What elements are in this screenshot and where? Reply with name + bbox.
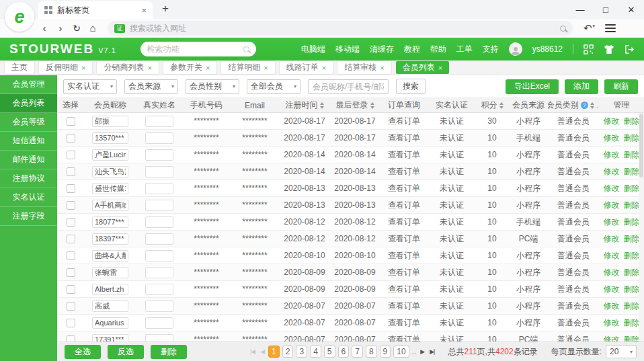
next-page-icon[interactable]: ▶ [419, 348, 426, 355]
close-tab-icon[interactable]: × [147, 64, 151, 72]
view-orders-link[interactable]: 查看订单 [388, 166, 420, 177]
close-icon[interactable]: ✕ [627, 5, 636, 15]
realname-input[interactable] [145, 200, 173, 211]
view-orders-link[interactable]: 查看订单 [388, 233, 420, 245]
sort-icon[interactable] [499, 102, 504, 109]
close-tab-icon[interactable]: × [322, 64, 326, 72]
realname-input[interactable] [145, 334, 173, 342]
edit-link[interactable]: 修改 [604, 149, 620, 161]
page-tab-结算审核[interactable]: 结算审核× [337, 61, 391, 74]
page-button-9[interactable]: 9 [380, 346, 391, 358]
realname-input[interactable] [145, 183, 173, 194]
row-checkbox[interactable] [67, 235, 75, 243]
close-tab-icon[interactable]: × [264, 64, 268, 72]
page-tab-结算明细[interactable]: 结算明细× [221, 61, 274, 74]
delete-link[interactable]: 删除 [624, 200, 640, 211]
edit-link[interactable]: 修改 [604, 132, 620, 144]
theme-shirt-icon[interactable] [604, 44, 614, 54]
filter-select-全部会员[interactable]: 全部会员▾ [247, 79, 300, 94]
edit-link[interactable]: 修改 [604, 233, 620, 245]
filter-select-会员性别[interactable]: 会员性别▾ [186, 79, 239, 94]
realname-input[interactable] [145, 216, 173, 228]
view-orders-link[interactable]: 查看订单 [388, 284, 420, 295]
realname-input[interactable] [145, 267, 173, 278]
edit-link[interactable]: 修改 [604, 216, 620, 228]
help-icon[interactable]: ? [581, 102, 588, 109]
delete-selected-button[interactable]: 删除 [151, 345, 187, 359]
close-tab-icon[interactable]: × [206, 64, 210, 72]
filter-select-会员来源[interactable]: 会员来源▾ [124, 79, 178, 94]
page-button-10[interactable]: 10 [393, 346, 409, 358]
username[interactable]: ys88612 [532, 44, 563, 54]
nickname-input[interactable] [92, 116, 128, 127]
last-page-icon[interactable]: ▶| [428, 348, 436, 355]
address-bar[interactable]: 证 搜索或输入网址 [108, 21, 573, 36]
close-tab-icon[interactable]: × [81, 64, 85, 72]
page-tab-分销商列表[interactable]: 分销商列表× [97, 61, 158, 74]
delete-link[interactable]: 删除 [624, 166, 640, 177]
keyword-input[interactable] [308, 79, 389, 94]
delete-link[interactable]: 删除 [624, 267, 640, 278]
view-orders-link[interactable]: 查看订单 [388, 334, 420, 342]
view-orders-link[interactable]: 查看订单 [388, 216, 420, 228]
sort-icon[interactable] [370, 102, 374, 109]
view-orders-link[interactable]: 查看订单 [388, 300, 420, 312]
row-checkbox[interactable] [67, 251, 75, 260]
refresh-button[interactable]: 刷新 [604, 79, 638, 94]
sort-icon[interactable] [320, 102, 324, 109]
search-button[interactable]: 搜索 [396, 79, 426, 94]
row-checkbox[interactable] [67, 201, 75, 210]
undo-icon[interactable]: ↶ ▾ [583, 22, 595, 34]
row-checkbox[interactable] [67, 117, 75, 126]
nickname-input[interactable] [92, 267, 128, 278]
delete-link[interactable]: 删除 [624, 216, 640, 228]
sort-icon[interactable] [590, 102, 594, 109]
close-tab-icon[interactable]: × [438, 64, 442, 72]
delete-link[interactable]: 删除 [624, 317, 640, 329]
row-checkbox[interactable] [67, 218, 75, 227]
page-size-select[interactable]: 20 ▾ [606, 345, 637, 358]
forward-icon[interactable]: › [52, 19, 69, 38]
delete-link[interactable]: 删除 [624, 183, 640, 194]
scrollbar-thumb[interactable] [639, 114, 643, 177]
nickname-input[interactable] [92, 233, 128, 245]
back-icon[interactable]: ‹ [36, 19, 52, 38]
menu-icon[interactable] [605, 24, 616, 32]
delete-link[interactable]: 删除 [624, 149, 640, 161]
delete-link[interactable]: 删除 [624, 334, 640, 342]
sidebar-item-短信通知[interactable]: 短信通知 [0, 132, 57, 151]
page-button-5[interactable]: 5 [324, 346, 335, 358]
close-tab-icon[interactable]: × [141, 5, 147, 15]
function-search-input[interactable]: 检索功能 [140, 42, 256, 56]
header-nav-移动端[interactable]: 移动端 [335, 44, 360, 55]
sidebar-item-注册字段[interactable]: 注册字段 [0, 207, 57, 226]
row-checkbox[interactable] [67, 184, 75, 193]
logout-icon[interactable] [625, 44, 635, 54]
realname-input[interactable] [145, 300, 173, 312]
qr-code-icon[interactable] [583, 44, 594, 54]
view-orders-link[interactable]: 查看订单 [388, 250, 420, 262]
page-button-1[interactable]: 1 [268, 346, 280, 358]
view-orders-link[interactable]: 查看订单 [388, 132, 420, 144]
search-icon[interactable] [560, 26, 566, 32]
row-checkbox[interactable] [67, 167, 75, 176]
nickname-input[interactable] [92, 149, 128, 161]
row-checkbox[interactable] [67, 268, 75, 277]
sidebar-item-邮件通知[interactable]: 邮件通知 [0, 151, 57, 169]
nickname-input[interactable] [92, 200, 128, 211]
maximize-icon[interactable]: □ [601, 5, 610, 15]
nickname-input[interactable] [92, 183, 128, 194]
view-orders-link[interactable]: 查看订单 [388, 116, 420, 127]
page-tab-参数开关[interactable]: 参数开关× [163, 61, 216, 74]
nickname-input[interactable] [92, 300, 128, 312]
edit-link[interactable]: 修改 [604, 200, 620, 211]
row-checkbox[interactable] [67, 285, 75, 294]
edit-link[interactable]: 修改 [604, 116, 620, 127]
page-button-6[interactable]: 6 [338, 346, 350, 358]
avatar[interactable] [509, 42, 522, 56]
page-button-8[interactable]: 8 [366, 346, 377, 358]
page-tab-主页[interactable]: 主页 [5, 61, 34, 74]
nickname-input[interactable] [92, 317, 128, 329]
realname-input[interactable] [145, 250, 173, 262]
edit-link[interactable]: 修改 [604, 317, 620, 329]
